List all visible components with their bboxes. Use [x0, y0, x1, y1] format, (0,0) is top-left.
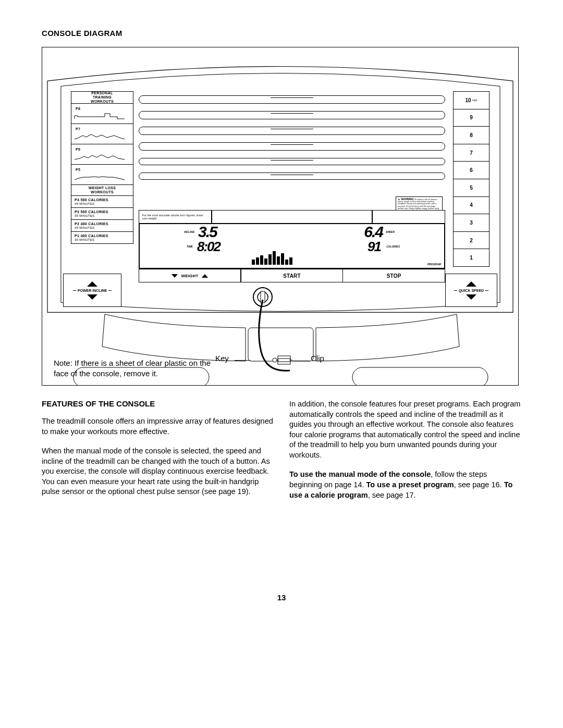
features-paragraph-2: When the manual mode of the console is s… [42, 446, 274, 497]
calorie-p4[interactable]: P4 500 CALORIES45 MINUTES [71, 195, 133, 208]
incline-up-icon [87, 281, 97, 287]
clip-label: Clip [311, 354, 324, 363]
page-number: 13 [42, 593, 521, 602]
weight-hint: For the most accurate calorie burn figur… [139, 210, 212, 224]
calorie-p1[interactable]: P1 400 CALORIES30 MINUTES [71, 231, 133, 244]
safety-clip-icon [272, 354, 292, 369]
lcd-display: INCLINE 3.5 SPEED 6.4 TIME 8:02 CALORIES… [139, 223, 445, 269]
clip-leader-line [292, 361, 310, 361]
section-heading-console-diagram: CONSOLE DIAGRAM [42, 29, 521, 38]
console-diagram-figure: PERSONAL TRAINING WORKOUTS P8 P7 P6 P5 W… [42, 47, 519, 386]
svg-rect-7 [278, 359, 290, 362]
speed-1[interactable]: 1 [453, 249, 489, 267]
personal-training-header: PERSONAL TRAINING WORKOUTS [71, 91, 133, 104]
vent-stack [139, 95, 445, 187]
preset-p5[interactable]: P5 [71, 164, 133, 185]
speed-7[interactable]: 7 [453, 144, 489, 162]
key-leader-line [235, 360, 250, 361]
speed-up-icon [466, 281, 476, 287]
speed-3[interactable]: 3 [453, 214, 489, 232]
preset-p6[interactable]: P6 [71, 144, 133, 165]
plastic-sheet-note: Note: If there is a sheet of clear plast… [54, 358, 226, 378]
calorie-p2[interactable]: P2 400 CALORIES40 MINUTES [71, 219, 133, 232]
features-paragraph-1: The treadmill console offers an impressi… [42, 416, 274, 437]
features-heading: FEATURES OF THE CONSOLE [42, 399, 274, 408]
features-paragraph-3: In addition, the console features four p… [289, 399, 521, 460]
speed-down-icon [466, 294, 476, 300]
features-paragraph-4: To use the manual mode of the console, f… [289, 470, 521, 500]
speed-6[interactable]: 6 [453, 161, 489, 179]
speed-9[interactable]: 9 [453, 109, 489, 127]
stop-button[interactable]: STOP [342, 269, 445, 282]
incline-down-icon [87, 294, 97, 300]
speed-5[interactable]: 5 [453, 179, 489, 197]
preset-p7[interactable]: P7 [71, 124, 133, 144]
preset-p8[interactable]: P8 [71, 103, 133, 124]
calorie-p3[interactable]: P3 500 CALORIES35 MINUTES [71, 207, 133, 220]
svg-point-8 [273, 358, 277, 362]
speed-8[interactable]: 8 [453, 126, 489, 144]
speed-2[interactable]: 2 [453, 231, 489, 250]
speed-4[interactable]: 4 [453, 196, 489, 215]
speed-10[interactable]: 10mph [453, 91, 489, 109]
svg-rect-5 [352, 367, 488, 386]
weight-loss-header: WEIGHT LOSS WORKOUTS [71, 184, 133, 196]
